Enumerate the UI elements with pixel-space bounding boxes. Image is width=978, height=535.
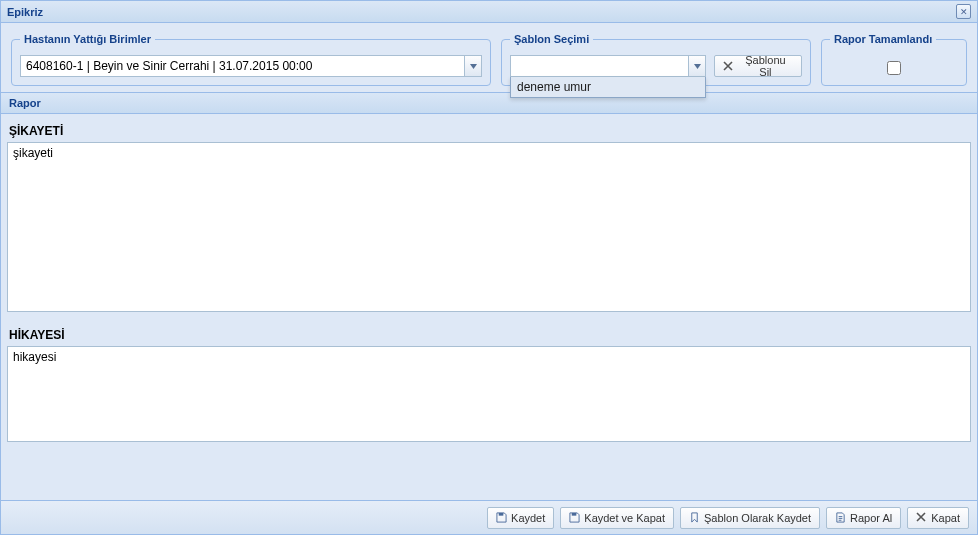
done-checkbox[interactable] [887,61,901,75]
units-combo-input[interactable] [20,55,464,77]
top-fieldsets: Hastanın Yattığı Birimler Şablon Seçimi [1,23,977,92]
section-label: ŞİKAYETİ [9,124,971,138]
template-fieldset: Şablon Seçimi deneme umur [501,33,811,86]
hikayesi-textarea[interactable] [7,346,971,442]
epikriz-window: Epikriz ✕ Hastanın Yattığı Birimler Şabl… [0,0,978,535]
x-icon [916,512,927,523]
save-close-button[interactable]: Kaydet ve Kapat [560,507,674,529]
svg-rect-1 [572,513,577,516]
save-template-label: Şablon Olarak Kaydet [704,512,811,524]
delete-template-button[interactable]: Şablonu Sil [714,55,802,77]
close-icon: ✕ [960,7,968,17]
delete-template-label: Şablonu Sil [738,54,793,78]
document-icon [835,512,846,523]
units-combo-trigger[interactable] [464,55,482,77]
close-button[interactable]: Kapat [907,507,969,529]
save-close-label: Kaydet ve Kapat [584,512,665,524]
report-button[interactable]: Rapor Al [826,507,901,529]
bookmark-icon [689,512,700,523]
footer-toolbar: Kaydet Kaydet ve Kapat Şablon Olarak Kay… [1,500,977,534]
done-legend: Rapor Tamamlandı [830,33,936,45]
save-template-button[interactable]: Şablon Olarak Kaydet [680,507,820,529]
template-combo-input[interactable] [510,55,688,77]
sikayeti-textarea[interactable] [7,142,971,312]
save-button[interactable]: Kaydet [487,507,554,529]
units-fieldset: Hastanın Yattığı Birimler [11,33,491,86]
template-option[interactable]: deneme umur [511,77,705,97]
window-close-button[interactable]: ✕ [956,4,971,19]
section-label: HİKAYESİ [9,328,971,342]
rapor-body[interactable]: ŞİKAYETİ HİKAYESİ [1,114,977,500]
units-legend: Hastanın Yattığı Birimler [20,33,155,45]
template-combo[interactable] [510,55,706,77]
rapor-header-label: Rapor [9,97,41,109]
save-label: Kaydet [511,512,545,524]
section-sikayeti: ŞİKAYETİ [7,124,971,314]
close-label: Kapat [931,512,960,524]
template-combo-trigger[interactable] [688,55,706,77]
report-label: Rapor Al [850,512,892,524]
rapor-header: Rapor [1,92,977,114]
template-combo-wrap: deneme umur [510,55,706,77]
done-fieldset: Rapor Tamamlandı [821,33,967,86]
section-hikayesi: HİKAYESİ [7,328,971,444]
template-legend: Şablon Seçimi [510,33,593,45]
chevron-down-icon [694,64,701,69]
titlebar: Epikriz ✕ [1,1,977,23]
window-title: Epikriz [7,6,43,18]
template-dropdown[interactable]: deneme umur [510,77,706,98]
save-icon [569,512,580,523]
svg-rect-0 [499,513,504,516]
units-combo[interactable] [20,55,482,77]
chevron-down-icon [470,64,477,69]
save-icon [496,512,507,523]
x-icon [723,61,734,72]
